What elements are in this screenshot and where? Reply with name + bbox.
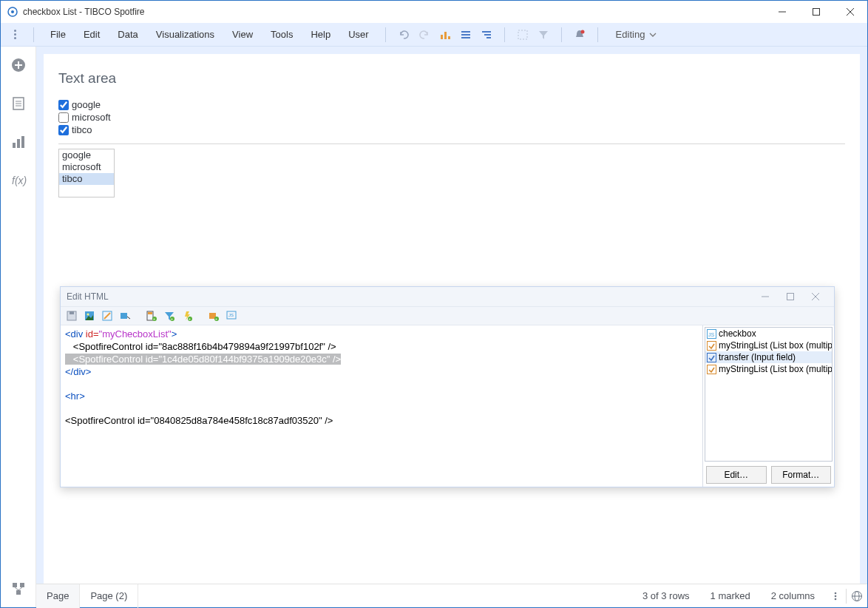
menu-view[interactable]: View (223, 23, 262, 47)
add-visualization-icon[interactable] (10, 57, 27, 73)
mode-selector[interactable]: Editing (606, 29, 665, 40)
item-label: myStringList (List box (multiple se (719, 364, 833, 374)
insert-property-icon[interactable]: + (145, 309, 158, 322)
web-icon[interactable] (847, 590, 867, 602)
menu-more-icon[interactable] (7, 30, 23, 39)
status-bar: Page Page (2) 3 of 3 rows 1 marked 2 col… (36, 584, 867, 607)
dialog-title-text: Edit HTML (67, 291, 109, 302)
divider (504, 27, 505, 42)
checkbox-item-microsoft[interactable]: microsoft (58, 111, 860, 124)
svg-rect-24 (13, 143, 16, 148)
maximize-button[interactable] (799, 1, 833, 23)
notification-icon[interactable] (574, 29, 586, 41)
insert-js-icon[interactable]: JS (225, 309, 238, 322)
mode-label: Editing (616, 29, 645, 40)
list-item[interactable]: JScheckbox (705, 328, 832, 340)
menu-user[interactable]: User (339, 23, 377, 47)
svg-text:f(x): f(x) (12, 175, 27, 186)
menu-edit[interactable]: Edit (75, 23, 109, 47)
svg-rect-15 (518, 30, 527, 39)
close-button[interactable] (833, 1, 867, 23)
code-text: <div (65, 328, 86, 340)
data-canvas-icon[interactable] (10, 581, 27, 597)
separator (58, 143, 845, 144)
more-options-icon[interactable] (825, 591, 846, 601)
checkbox-input[interactable] (58, 100, 69, 110)
edit-html-dialog: Edit HTML + (60, 286, 835, 487)
dialog-close-button[interactable] (803, 288, 828, 305)
functions-icon[interactable]: f(x) (10, 172, 27, 189)
dialog-titlebar[interactable]: Edit HTML (61, 287, 834, 306)
list-item[interactable]: microsoft (59, 161, 114, 173)
left-sidebar: f(x) (1, 47, 36, 607)
listbox[interactable]: google microsoft tibco (58, 149, 115, 197)
svg-rect-3 (813, 9, 820, 16)
cross-table-icon[interactable] (481, 29, 492, 41)
app-window: checkbox List - TIBCO Spotfire File Edit… (0, 0, 868, 608)
html-code-editor[interactable]: <div id="myChecboxList"> <SpotfireContro… (61, 325, 702, 487)
filter-icon[interactable] (538, 29, 549, 41)
controls-list[interactable]: JScheckbox myStringList (List box (multi… (705, 327, 833, 462)
code-selected-line: <SpotfireControl id="1c4de05d80f144bf937… (65, 354, 341, 365)
svg-rect-58 (708, 341, 716, 350)
page-tab-active[interactable]: Page (2) (80, 584, 138, 608)
svg-rect-59 (708, 353, 716, 362)
dialog-minimize-button[interactable] (753, 288, 778, 305)
edit-button[interactable]: Edit… (706, 466, 767, 484)
undo-icon[interactable] (398, 29, 410, 41)
menu-tools[interactable]: Tools (262, 23, 302, 47)
svg-point-61 (835, 592, 837, 594)
minimize-button[interactable] (765, 1, 799, 23)
svg-rect-42 (121, 313, 127, 319)
selection-icon[interactable] (517, 29, 529, 41)
insert-filter-icon[interactable]: + (163, 309, 176, 322)
svg-text:JS: JS (228, 313, 234, 317)
list-item[interactable]: google (59, 149, 114, 161)
checkbox-input[interactable] (58, 112, 69, 123)
code-text: > (172, 328, 177, 340)
svg-rect-9 (461, 31, 470, 33)
marked-status: 1 marked (700, 590, 761, 601)
save-icon[interactable] (65, 309, 78, 322)
checkbox-item-tibco[interactable]: tibco (58, 124, 860, 136)
code-text: <hr> (65, 391, 85, 402)
item-label: transfer (Input field) (719, 352, 796, 362)
checkbox-label: tibco (72, 124, 92, 136)
menu-visualizations[interactable]: Visualizations (147, 23, 223, 47)
code-text: <SpotfireControl id="0840825d8a784e458fc… (65, 415, 333, 426)
code-text: <SpotfireControl id="8ac888f16b4b479894a… (65, 341, 336, 352)
item-label: myStringList (List box (multiple se (719, 340, 833, 351)
page-tab[interactable]: Page (36, 584, 80, 608)
checkbox-item-google[interactable]: google (58, 98, 860, 111)
menu-help[interactable]: Help (302, 23, 339, 47)
divider (597, 27, 598, 42)
insert-action-icon[interactable]: + (180, 309, 194, 322)
dialog-maximize-button[interactable] (778, 288, 803, 305)
menu-file[interactable]: File (41, 23, 75, 47)
redo-icon[interactable] (418, 29, 430, 41)
svg-text:+: + (189, 317, 191, 321)
insert-image-icon[interactable] (83, 309, 96, 322)
svg-line-31 (15, 587, 18, 590)
svg-rect-12 (482, 31, 491, 33)
svg-text:+: + (215, 317, 217, 321)
svg-rect-30 (16, 590, 21, 595)
svg-rect-6 (441, 35, 443, 39)
divider (33, 27, 34, 42)
insert-control-icon[interactable] (118, 309, 132, 322)
insert-dynamic-icon[interactable]: + (207, 309, 220, 322)
bar-chart-icon[interactable] (439, 29, 451, 41)
pages-icon[interactable] (10, 95, 27, 112)
insert-link-icon[interactable] (101, 309, 114, 322)
table-icon[interactable] (460, 29, 472, 41)
format-button[interactable]: Format… (771, 466, 832, 484)
list-item[interactable]: myStringList (List box (multiple se (705, 340, 832, 351)
columns-status: 2 columns (761, 590, 825, 601)
list-item[interactable]: myStringList (List box (multiple se (705, 363, 832, 375)
menu-data[interactable]: Data (109, 23, 146, 47)
analytics-icon[interactable] (10, 134, 27, 150)
list-item-selected[interactable]: transfer (Input field) (705, 351, 832, 363)
checkbox-input[interactable] (58, 125, 69, 135)
list-item[interactable]: tibco (59, 173, 114, 185)
app-icon (7, 6, 18, 18)
